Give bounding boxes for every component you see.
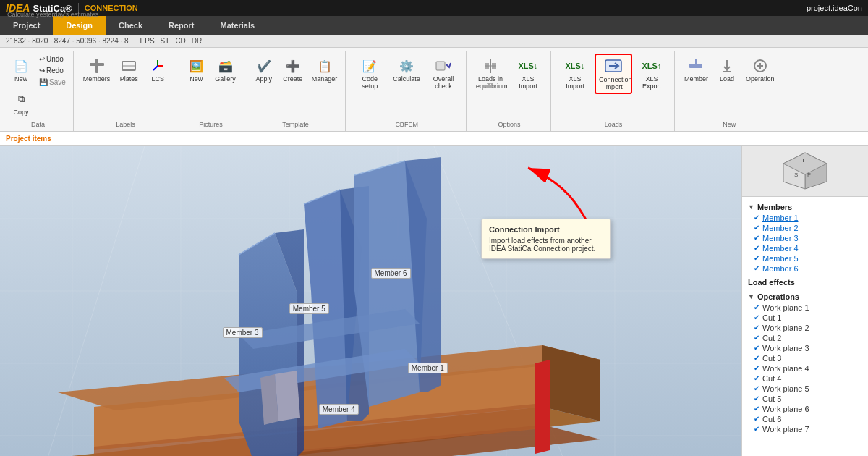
- tree-op-cut6[interactable]: ✔ Cut 6: [748, 414, 862, 424]
- pictures-new-icon: 🖼️: [186, 56, 206, 76]
- tree-op-workplane1[interactable]: ✔ Work plane 1: [748, 303, 862, 313]
- members-collapse-arrow[interactable]: ▼: [748, 203, 754, 211]
- new-button[interactable]: 📄 New: [7, 54, 35, 85]
- project-name: project.ideaCon: [807, 4, 862, 12]
- tree-op-workplane2[interactable]: ✔ Work plane 2: [748, 323, 862, 333]
- tab-materials[interactable]: Materials: [207, 16, 268, 35]
- xls-import-loads-button[interactable]: XLS↓ XLS Import: [557, 54, 593, 93]
- check-op-wp6: ✔: [754, 405, 760, 413]
- ribbon-group-cbfem: 📝 Code setup ⚙️ Calculate Overall check …: [347, 51, 467, 131]
- check-icon-member-1: ✔: [754, 214, 760, 221]
- create-button[interactable]: ➕ Create: [279, 54, 307, 85]
- overall-check-button[interactable]: Overall check: [425, 54, 461, 93]
- tree-member-5-label: Member 5: [762, 254, 799, 263]
- tab-report[interactable]: Report: [156, 16, 207, 35]
- new-member-button[interactable]: Member: [681, 54, 712, 85]
- check-op-wp7: ✔: [754, 425, 760, 433]
- xls-export-loads-button[interactable]: XLS↑ XLS Export: [634, 54, 670, 93]
- check-icon-member-6: ✔: [754, 264, 760, 272]
- tab-design[interactable]: Design: [53, 16, 106, 35]
- tree-op-workplane7[interactable]: ✔ Work plane 7: [748, 424, 862, 434]
- tree-op-workplane6[interactable]: ✔ Work plane 6: [748, 404, 862, 414]
- tree-op-cut1[interactable]: ✔ Cut 1: [748, 313, 862, 323]
- ribbon-main: 📄 New ⧉ Copy ↩ Undo ↪: [0, 48, 868, 131]
- undo-button[interactable]: ↩ Undo: [36, 54, 69, 64]
- lcs-icon: [148, 56, 168, 76]
- operations-header-label: Operations: [757, 292, 799, 301]
- tree-member-4[interactable]: ✔ Member 4: [748, 243, 862, 253]
- app-subtitle: Calculate yesterday's estimates: [7, 11, 98, 18]
- check-op-cut6: ✔: [754, 415, 760, 423]
- dr-label: DR: [192, 37, 202, 45]
- ribbon-group-pictures: 🖼️ New 🗃️ Gallery Pictures: [178, 51, 244, 131]
- redo-button[interactable]: ↪ Redo: [36, 65, 69, 76]
- new-member-icon: [686, 56, 706, 76]
- main-area: Member 1 Member 3 Member 4 Member 5 Memb…: [0, 146, 868, 456]
- new-group-label: New: [681, 119, 778, 130]
- check-op-cut5: ✔: [754, 394, 760, 402]
- save-button[interactable]: 💾 Save: [36, 77, 69, 88]
- tree-member-3[interactable]: ✔ Member 3: [748, 233, 862, 243]
- check-op-wp5: ✔: [754, 384, 760, 392]
- svg-rect-14: [689, 64, 702, 68]
- tree-op-cut2[interactable]: ✔ Cut 2: [748, 333, 862, 343]
- tree-op-workplane3[interactable]: ✔ Work plane 3: [748, 343, 862, 353]
- tree-op-cut5[interactable]: ✔ Cut 5: [748, 394, 862, 404]
- connection-tooltip: Connection Import Import load effects fr…: [481, 219, 611, 259]
- tab-project[interactable]: Project: [0, 16, 53, 35]
- svg-line-6: [153, 66, 158, 70]
- scene-svg: [0, 146, 741, 456]
- xls-import-options-button[interactable]: XLS↓ XLS Import: [510, 54, 546, 93]
- check-op-wp1: ✔: [754, 303, 760, 311]
- tree-member-6-label: Member 6: [762, 264, 799, 273]
- connection-import-button[interactable]: Connection Import: [595, 54, 632, 94]
- redo-icon: ↪: [39, 67, 45, 75]
- view-cube[interactable]: S F T: [780, 149, 830, 193]
- pictures-new-button[interactable]: 🖼️ New: [182, 54, 210, 85]
- gallery-button[interactable]: 🗃️ Gallery: [211, 54, 239, 85]
- members-button[interactable]: Members: [80, 54, 114, 85]
- ribbon-group-loads: XLS↓ XLS Import Connection Import XLS↑: [553, 51, 675, 131]
- tree-op-cut3[interactable]: ✔ Cut 3: [748, 353, 862, 363]
- tab-bar: Project Design Check Report Materials: [0, 16, 868, 35]
- xls-import-icon: XLS↓: [518, 56, 538, 76]
- operations-header: ▼ Operations: [748, 291, 862, 303]
- tree-op-cut4[interactable]: ✔ Cut 4: [748, 373, 862, 384]
- svg-rect-1: [95, 59, 98, 73]
- tree-op-workplane5[interactable]: ✔ Work plane 5: [748, 384, 862, 394]
- tree-member-6[interactable]: ✔ Member 6: [748, 263, 862, 274]
- calculate-button[interactable]: ⚙️ Calculate: [389, 54, 424, 85]
- template-group-label: Template: [250, 119, 341, 130]
- apply-button[interactable]: ✔️ Apply: [250, 54, 278, 85]
- undo-group: ↩ Undo ↪ Redo 💾 Save: [36, 54, 69, 88]
- code-setup-button[interactable]: 📝 Code setup: [352, 54, 388, 93]
- tree-member-1[interactable]: ✔ Member 1: [748, 213, 862, 223]
- ribbon-info-bar: 21832 · 8020 · 8247 · 50096 · 8224 · 8 E…: [0, 35, 868, 48]
- overall-check-icon: [433, 56, 454, 76]
- xls-export-loads-icon: XLS↑: [642, 56, 662, 76]
- project-items-label: Project items: [6, 135, 51, 143]
- data-buttons: 📄 New ⧉ Copy ↩ Undo ↪: [7, 52, 69, 119]
- ribbon-group-labels: Members Plates LCS Labels: [75, 51, 177, 131]
- manager-button[interactable]: 📋 Manager: [308, 54, 341, 85]
- op-cut5-label: Cut 5: [762, 394, 781, 403]
- lcs-button[interactable]: LCS: [144, 54, 171, 85]
- ribbon-group-options: Loads in equilibrium XLS↓ XLS Import Opt…: [468, 51, 551, 131]
- tree-member-2[interactable]: ✔ Member 2: [748, 223, 862, 233]
- viewport-3d[interactable]: Member 1 Member 3 Member 4 Member 5 Memb…: [0, 146, 741, 456]
- template-buttons: ✔️ Apply ➕ Create 📋 Manager: [250, 52, 341, 119]
- plates-button[interactable]: Plates: [115, 54, 142, 85]
- new-load-button[interactable]: Load: [713, 54, 741, 85]
- options-buttons: Loads in equilibrium XLS↓ XLS Import: [472, 52, 546, 119]
- save-icon: 💾: [39, 78, 48, 86]
- new-operation-icon: [750, 56, 770, 76]
- copy-button[interactable]: ⧉ Copy: [7, 87, 35, 119]
- labels-buttons: Members Plates LCS: [80, 52, 172, 119]
- tree-member-5[interactable]: ✔ Member 5: [748, 253, 862, 263]
- new-operation-button[interactable]: Operation: [742, 54, 778, 85]
- loads-in-equilibrium-button[interactable]: Loads in equilibrium: [472, 54, 509, 93]
- pictures-group-label: Pictures: [182, 119, 239, 130]
- tab-check[interactable]: Check: [106, 16, 156, 35]
- tree-op-workplane4[interactable]: ✔ Work plane 4: [748, 363, 862, 373]
- operations-collapse-arrow[interactable]: ▼: [748, 293, 754, 300]
